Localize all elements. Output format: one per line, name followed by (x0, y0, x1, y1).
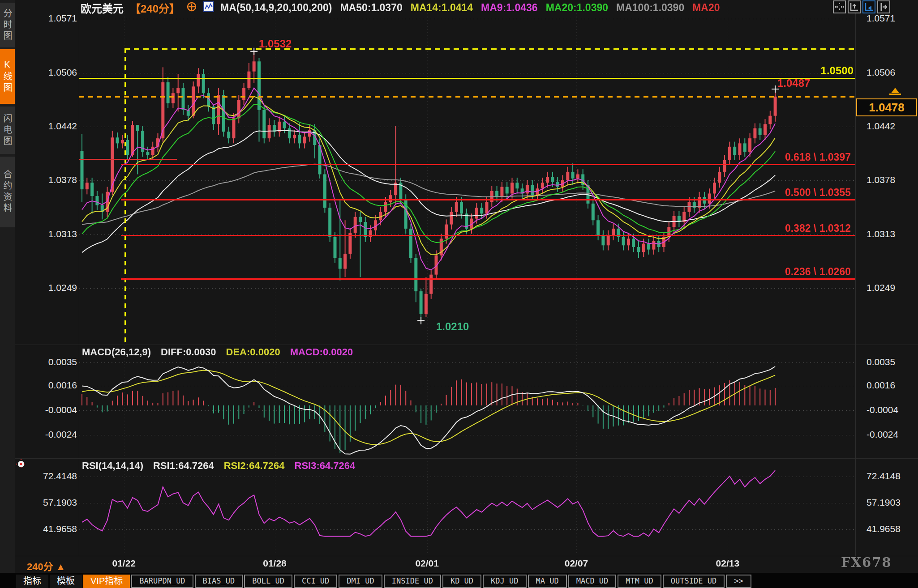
period-label: 【240分】 (130, 0, 180, 16)
sidebar-tab-2[interactable]: K线图 (0, 49, 15, 104)
date-label-01/28: 01/28 (263, 558, 287, 569)
watermark: FX678 (841, 555, 892, 570)
fib-line-1.0355[interactable] (121, 199, 855, 200)
round-level-label: 1.0500 (780, 64, 854, 77)
current-price-box[interactable]: 1.0478 (856, 98, 917, 116)
bottom-tab-MA_UD[interactable]: MA_UD (528, 575, 567, 588)
bottom-tab-BARUPDN_UD[interactable]: BARUPDN_UD (131, 575, 193, 588)
rsi-header: RSI(14,14,14)RSI1:64.7264RSI2:64.7264RSI… (82, 460, 355, 472)
fib-label-1.0355: 0.500 \ 1.0355 (716, 187, 851, 199)
bottom-tab-BIAS_UD[interactable]: BIAS_UD (195, 575, 243, 588)
axis-zoom-right-icon[interactable] (862, 0, 875, 13)
fib-line-1.0312[interactable] (121, 235, 855, 236)
bottom-tab-VIP-[interactable]: VIP指标 (83, 575, 130, 588)
plot-left-bound (79, 6, 79, 556)
date-label-02/13: 02/13 (716, 558, 740, 569)
macd-segment-1: MACD(26,12,9) (82, 346, 151, 358)
fib-line-1.026[interactable] (121, 278, 855, 280)
sidebar-tab-3[interactable]: 闪电图 (0, 107, 15, 154)
rsi-segment-3: RSI2:64.7264 (224, 460, 285, 472)
plot-right-bound (855, 6, 856, 556)
crosshair-icon[interactable] (833, 0, 846, 13)
trading-terminal: 分时图K线图闪电图合约资料 欧元美元 【240分】 MA(50,14,9,20,… (0, 0, 918, 588)
bottom-tab--[interactable]: 指标 (16, 575, 48, 588)
swing-low-label: 1.0210 (436, 320, 469, 333)
mini-chart-icon[interactable] (203, 1, 214, 14)
bottom-tab-MACD_UD[interactable]: MACD_UD (568, 575, 617, 588)
pane-separator (15, 458, 918, 459)
vertical-dashed-line[interactable] (124, 48, 126, 344)
ma-values: MA(50,14,9,20,100,200)MA50:1.0370MA14:1.… (220, 2, 728, 14)
fib-label-1.0397: 0.618 \ 1.0397 (716, 151, 851, 163)
date-label-02/01: 02/01 (415, 558, 439, 569)
ma-segment-2: MA50:1.0370 (340, 2, 402, 13)
macd-segment-2: DIFF:0.0030 (161, 346, 216, 358)
indicator-tab-bar: 指标模板VIP指标BARUPDN_UDBIAS_UDBOLL_UDCCI_UDD… (0, 573, 918, 588)
symbol-title: 欧元美元 (81, 0, 124, 16)
sidebar-tab-1[interactable]: 分时图 (0, 3, 15, 47)
bottom-tab-OUTSIDE_UD[interactable]: OUTSIDE_UD (663, 575, 725, 588)
date-label-02/07: 02/07 (565, 558, 588, 569)
date-label-01/22: 01/22 (112, 558, 136, 569)
link-target-icon[interactable] (16, 459, 26, 471)
chart-header: 欧元美元 【240分】 MA(50,14,9,20,100,200)MA50:1… (81, 1, 728, 14)
bottom-tab-KDJ_UD[interactable]: KDJ_UD (483, 575, 526, 588)
ma-segment-6: MA100:1.0390 (616, 2, 684, 13)
bottom-tab-BOLL_UD[interactable]: BOLL_UD (244, 575, 292, 588)
swing-high-label: 1.0532 (259, 38, 292, 50)
pane-separator (15, 345, 918, 345)
rsi-segment-1: RSI(14,14,14) (82, 460, 143, 472)
round-level-line[interactable] (79, 78, 855, 79)
current-price-line[interactable] (79, 96, 855, 98)
chart-toolbar (833, 0, 890, 13)
ma-segment-4: MA9:1.0436 (481, 2, 538, 13)
recent-high-label: 1.0487 (777, 77, 810, 89)
macd-segment-4: MACD:0.0020 (290, 346, 353, 358)
sidebar-tab-4[interactable]: 合约资料 (0, 157, 15, 227)
high-marker-dashed-line[interactable] (124, 48, 855, 50)
timeframe-badge[interactable]: 240分 ▲ (27, 558, 66, 573)
bottom-tab-INSIDE_UD[interactable]: INSIDE_UD (384, 575, 441, 588)
bottom-tab-CCI_UD[interactable]: CCI_UD (294, 575, 337, 588)
ma-segment-7: MA20 (692, 2, 720, 13)
fib-label-1.026: 0.236 \ 1.0260 (716, 266, 851, 278)
rsi-segment-2: RSI1:64.7264 (153, 460, 214, 472)
macd-header: MACD(26,12,9)DIFF:0.0030DEA:0.0020MACD:0… (82, 346, 353, 358)
red-horizontal-segment[interactable] (79, 159, 177, 160)
bottom-tab-MTM_UD[interactable]: MTM_UD (618, 575, 661, 588)
macd-segment-3: DEA:0.0020 (226, 346, 280, 358)
target-circle-icon[interactable] (186, 1, 197, 14)
fib-label-1.0312: 0.382 \ 1.0312 (716, 222, 851, 234)
fib-line-1.0397[interactable] (121, 164, 855, 165)
bottom-tab->>[interactable]: >> (726, 575, 751, 588)
price-arrow-base (889, 94, 901, 95)
pane-separator (15, 556, 918, 556)
ma-segment-5: MA20:1.0390 (546, 2, 608, 13)
bottom-tab-KD_UD[interactable]: KD_UD (442, 575, 481, 588)
bottom-tab--[interactable]: 模板 (50, 575, 82, 588)
left-sidebar: 分时图K线图闪电图合约资料 (0, 0, 15, 588)
rsi-segment-4: RSI3:64.7264 (295, 460, 356, 472)
ma-segment-1: MA(50,14,9,20,100,200) (220, 2, 332, 13)
axis-zoom-left-icon[interactable] (848, 0, 861, 13)
price-arrow-icon[interactable] (891, 88, 899, 93)
bottom-tab-DMI_UD[interactable]: DMI_UD (339, 575, 382, 588)
pan-right-icon[interactable] (877, 0, 890, 13)
ma-segment-3: MA14:1.0414 (411, 2, 473, 13)
